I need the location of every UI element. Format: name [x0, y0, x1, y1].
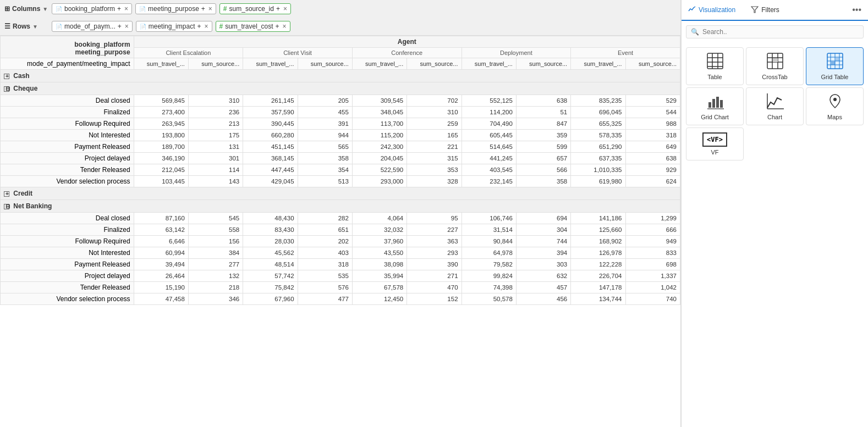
data-cell: 79,582 [462, 259, 516, 270]
data-cell: 447,445 [243, 164, 298, 176]
data-cell: 740 [625, 293, 680, 305]
data-cell: 39,494 [134, 259, 188, 270]
row-label: Vendor selection process [1, 176, 134, 187]
close-sum-travel-cost[interactable]: × [283, 23, 287, 30]
table-row: Vendor selection process103,445143429,04… [1, 176, 680, 187]
viz-vf-label: VF [711, 149, 718, 156]
search-box[interactable]: 🔍 [686, 25, 864, 38]
data-cell: 403,545 [462, 164, 516, 176]
hash-icon: # [223, 5, 227, 13]
row-label: Tender Released [1, 164, 134, 176]
data-cell: 605,445 [462, 130, 516, 141]
viz-gridchart[interactable]: Grid Chart [686, 87, 744, 125]
data-cell: 835,235 [571, 95, 625, 107]
data-cell: 390 [407, 259, 462, 270]
data-cell: 544 [625, 107, 680, 118]
data-cell: 6,646 [134, 236, 188, 247]
expand-icon[interactable]: ⊟ [4, 86, 9, 92]
viz-gridtable[interactable]: Grid Table [806, 47, 864, 85]
plus-icon[interactable]: + [117, 5, 121, 13]
pill-booking-platform[interactable]: 📄 booking_platform + × [52, 3, 132, 14]
table-row: Finalized63,14255883,43065132,03222731,5… [1, 224, 680, 236]
data-cell: 114 [188, 164, 243, 176]
data-cell: 346 [188, 293, 243, 305]
data-cell: 226,704 [571, 270, 625, 282]
viz-gridtable-label: Grid Table [821, 74, 849, 80]
pill-meeting-purpose[interactable]: 📄 meeting_purpose + × [135, 3, 216, 14]
data-cell: 569,845 [134, 95, 188, 107]
viz-maps[interactable]: Maps [806, 87, 864, 125]
data-cell: 359 [516, 130, 570, 141]
pill-mode-payment[interactable]: 📄 mode_of_paym... + × [52, 21, 133, 32]
data-cell: 698 [625, 259, 680, 270]
data-cell: 441,245 [462, 153, 516, 164]
sub-col-6: sum_source... [407, 58, 462, 70]
sub-col-2: sum_source... [188, 58, 243, 70]
columns-dropdown[interactable]: ▼ [42, 6, 48, 12]
data-cell: 477 [298, 293, 352, 305]
close-meeting-purpose[interactable]: × [208, 5, 212, 13]
sub-col-3: sum_travel_... [243, 58, 298, 70]
data-cell: 310 [188, 95, 243, 107]
plus-icon-5[interactable]: + [197, 23, 201, 30]
data-cell: 83,430 [243, 224, 298, 236]
maps-icon [826, 92, 844, 112]
data-cell: 1,337 [625, 270, 680, 282]
expand-icon[interactable]: ⊟ [4, 204, 9, 209]
client-escalation-header: Client Escalation [134, 48, 243, 58]
tab-filters[interactable]: Filters [749, 0, 782, 20]
data-cell: 271 [407, 270, 462, 282]
data-cell: 315 [407, 153, 462, 164]
data-cell: 545 [188, 213, 243, 224]
data-cell: 1,042 [625, 282, 680, 293]
close-sum-source-id[interactable]: × [283, 5, 287, 13]
close-meeting-impact[interactable]: × [204, 23, 208, 30]
expand-icon[interactable]: + [4, 191, 9, 197]
data-cell: 566 [516, 164, 570, 176]
expand-icon[interactable]: + [4, 74, 9, 79]
data-cell: 301 [188, 153, 243, 164]
doc-icon-4: 📄 [140, 24, 146, 30]
viz-table[interactable]: Table [686, 47, 744, 85]
data-cell: 847 [516, 118, 570, 130]
viz-chart-label: Chart [767, 114, 782, 120]
data-cell: 552,125 [462, 95, 516, 107]
svg-rect-23 [712, 99, 715, 108]
plus-icon-3[interactable]: + [276, 5, 280, 13]
data-cell: 74,398 [462, 282, 516, 293]
close-booking-platform[interactable]: × [124, 5, 128, 13]
data-cell: 651,290 [571, 141, 625, 153]
data-cell: 87,160 [134, 213, 188, 224]
viz-gridchart-label: Grid Chart [701, 114, 729, 120]
plus-icon-4[interactable]: + [118, 23, 122, 30]
tab-visualization[interactable]: Visualization [686, 0, 738, 21]
data-cell: 47,458 [134, 293, 188, 305]
table-row: Followup Required6,64615628,03020237,960… [1, 236, 680, 247]
group-header-row: ⊟ Cheque [1, 82, 680, 95]
viz-vf[interactable]: <VF> VF [686, 127, 744, 160]
pill-meeting-impact[interactable]: 📄 meeting_impact + × [136, 21, 212, 32]
plus-icon-6[interactable]: + [276, 23, 279, 30]
conference-header: Conference [352, 48, 462, 58]
data-cell: 4,064 [352, 213, 406, 224]
svg-rect-12 [773, 58, 778, 62]
search-input[interactable] [702, 28, 859, 36]
rows-dropdown[interactable]: ▼ [32, 24, 38, 30]
data-cell: 394 [516, 247, 570, 259]
data-cell: 37,960 [352, 236, 406, 247]
close-mode-payment[interactable]: × [125, 23, 129, 30]
data-cell: 147,178 [571, 282, 625, 293]
viz-crosstab[interactable]: CrossTab [746, 47, 804, 85]
sub-col-9: sum_travel_... [571, 58, 625, 70]
data-cell: 944 [298, 130, 352, 141]
plus-icon-2[interactable]: + [201, 5, 205, 13]
data-cell: 358 [298, 153, 352, 164]
pill-sum-travel-cost[interactable]: # sum_travel_cost + × [216, 21, 290, 32]
data-cell: 221 [407, 141, 462, 153]
data-cell: 429,045 [243, 176, 298, 187]
viz-chart[interactable]: Chart [746, 87, 804, 125]
tab-more[interactable]: ••• [850, 0, 864, 20]
data-cell: 28,030 [243, 236, 298, 247]
pill-sum-source-id[interactable]: # sum_source_id + × [219, 3, 291, 14]
toolbar: ⊞ Columns ▼ 📄 booking_platform + × 📄 mee… [0, 0, 680, 36]
